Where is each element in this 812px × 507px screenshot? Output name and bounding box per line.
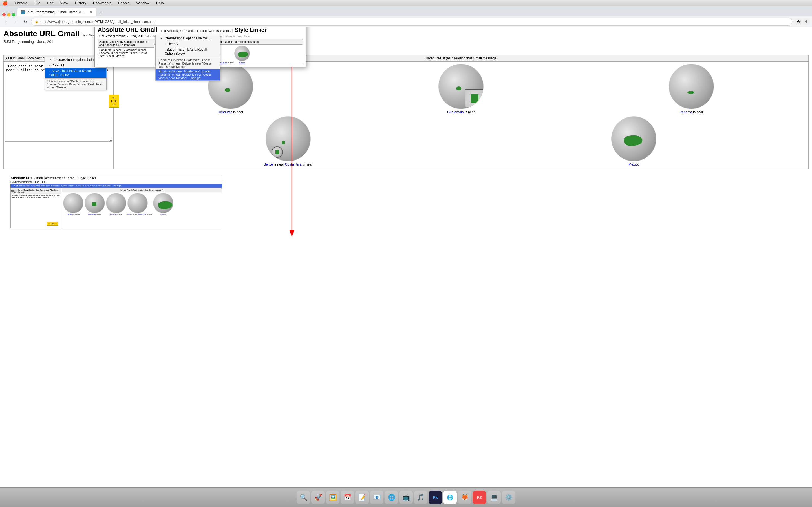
thumb-layout: As if in Gmail Body Section (feel free t… — [10, 188, 222, 228]
thumb-right-header: Linked Result (as if reading that Gmail … — [62, 188, 221, 192]
close-button[interactable] — [2, 13, 6, 16]
honduras-link[interactable]: Honduras — [218, 110, 232, 114]
tab-close-button[interactable]: ✕ — [89, 10, 93, 14]
thumb-globe-item-5: Mexico — [153, 193, 173, 215]
address-bar[interactable]: 🔒 https://www.rjmprogramming.com.au/HTML… — [31, 18, 792, 25]
menu-people[interactable]: People — [117, 0, 131, 6]
thumb-link-btn: <- Link -> — [47, 222, 58, 226]
popup-dd-recall-normal[interactable]: 'Honduras' is near 'Guatemala' is near '… — [156, 58, 220, 69]
dock-item-notes[interactable]: 📝 — [355, 491, 369, 504]
menu-edit[interactable]: Edit — [46, 0, 54, 6]
panama-link[interactable]: Panama — [679, 110, 692, 114]
popup-dropdown-menu[interactable]: ✓ Intersessional options below ... - Cle… — [155, 35, 220, 80]
popup-dd-recall-highlighted[interactable]: 'Honduras' is near 'Guatemala' is near '… — [156, 69, 220, 80]
thumb-globe-2 — [85, 193, 105, 213]
popup-dd-intersessional-label: Intersessional options below ... — [164, 36, 211, 40]
menu-history[interactable]: History — [74, 0, 87, 6]
thumb-globe-4 — [128, 193, 148, 213]
dock-item-music[interactable]: 🎵 — [414, 491, 427, 504]
globe-item-guatemala: Guatemala is near — [346, 64, 575, 114]
thumb-left-body: 'Honduras' is near 'Guatemala' is near '… — [11, 194, 61, 222]
dock-item-mail[interactable]: 📧 — [370, 491, 384, 504]
maximize-button[interactable] — [12, 13, 15, 16]
dock-item-safari[interactable]: 🌐 — [385, 491, 398, 504]
popup-globe-link-5[interactable]: Mexico — [239, 62, 245, 64]
dock-item-firefox[interactable]: 🦊 — [458, 491, 471, 504]
dock-item-finder[interactable]: 🔍 — [297, 491, 310, 504]
guatemala-link[interactable]: Guatemala — [447, 110, 464, 114]
dock-item-launchpad[interactable]: 🚀 — [311, 491, 325, 504]
belize-shape — [275, 150, 279, 154]
thumb-globe-2-highlight — [92, 202, 96, 206]
popup-dropdown-btn[interactable]: and Wikipedia (URLs and ' ' delimiting w… — [160, 29, 233, 33]
globe-caption-honduras: Honduras is near — [218, 110, 243, 114]
menu-window[interactable]: Window — [135, 0, 151, 6]
dock-item-chrome[interactable]: 🌐 — [443, 491, 457, 504]
forward-button[interactable]: › — [12, 18, 20, 25]
minimize-button[interactable] — [7, 13, 10, 16]
popup-dd-recall-normal-text: 'Honduras' is near 'Guatemala' is near '… — [158, 58, 211, 68]
menu-file[interactable]: File — [33, 0, 42, 6]
thumb-globe-link-1[interactable]: Honduras — [67, 213, 74, 215]
thumb-globe-link-5[interactable]: Mexico — [160, 213, 166, 215]
globe-caption-belize: Belize is near Costa Rica is near — [264, 163, 312, 166]
page-content: Absolute URL Gmail and Wikipedia (URLs a… — [0, 27, 812, 487]
popup-dd-check: ✓ — [160, 37, 163, 40]
thumb-globe-5 — [153, 193, 173, 213]
url-text: https://www.rjmprogramming.com.au/HTMLCS… — [40, 20, 789, 24]
menu-bar: 🍎 Chrome File Edit View History Bookmark… — [0, 0, 812, 6]
menu-help[interactable]: Help — [155, 0, 165, 6]
dock-item-tv[interactable]: 📺 — [399, 491, 413, 504]
popup-page-header: Absolute URL Gmail and Wikipedia (URLs a… — [98, 27, 303, 34]
thumb-globe-caption-2: Guatemala is near — [85, 213, 105, 215]
dock-item-filezilla[interactable]: FZ — [472, 491, 486, 504]
popup-dd-save[interactable]: - Save This Link As a Recall Option Belo… — [156, 47, 220, 56]
nav-bar: ‹ › ↻ 🔒 https://www.rjmprogramming.com.a… — [0, 16, 812, 27]
thumb-globe-link-3[interactable]: Panama — [110, 213, 116, 215]
dropdown-item-recall[interactable]: 'Honduras' is near 'Guatemala' is near '… — [45, 79, 106, 90]
intersessional-label: Intersessional options below ... — [54, 58, 100, 62]
popup-globe-shape-5 — [234, 46, 250, 61]
thumb-subtitle: Style Linker — [79, 176, 96, 180]
extension-btn-1[interactable]: G — [795, 18, 802, 25]
globe-caption-panama: Panama is near — [679, 110, 703, 114]
save-link-label: - Save This Link As a Recall Option Belo… — [49, 69, 102, 77]
dropdown-item-save[interactable]: - Save This Link As a Recall Option Belo… — [45, 68, 106, 78]
new-tab-button[interactable]: + — [98, 10, 104, 16]
globe-belize — [266, 116, 311, 161]
thumb-globe-link-4a[interactable]: Belize — [128, 213, 132, 215]
thumb-globe-link-2[interactable]: Guatemala — [88, 213, 96, 215]
active-tab[interactable]: 🌐 RJM Programming - Gmail Linker Simulat… — [17, 8, 96, 16]
popup-dd-recall-highlighted-text: 'Honduras' is near 'Guatemala' is near '… — [158, 69, 211, 80]
dock-item-photos[interactable]: 🖼️ — [326, 491, 340, 504]
belize-link[interactable]: Belize — [264, 163, 273, 166]
thumb-globe-link-4b[interactable]: Costa Rica — [138, 213, 146, 215]
mexico-link[interactable]: Mexico — [628, 163, 639, 166]
page-title: Absolute URL Gmail — [3, 29, 80, 38]
tab-favicon: 🌐 — [21, 10, 25, 14]
dock-item-calendar[interactable]: 📅 — [341, 491, 354, 504]
menu-view[interactable]: View — [59, 0, 69, 6]
guatemala-highlight — [456, 87, 461, 91]
popup-dd-intersessional[interactable]: ✓ Intersessional options below ... — [156, 36, 220, 41]
back-button[interactable]: ‹ — [2, 18, 10, 25]
globe-item-mexico: Mexico — [462, 116, 806, 166]
menu-bookmarks[interactable]: Bookmarks — [92, 0, 112, 6]
costarica-link[interactable]: Costa Rica — [285, 163, 302, 166]
link-button[interactable]: <- Link -> — [109, 95, 119, 108]
dock-item-system-prefs[interactable]: ⚙️ — [502, 491, 515, 504]
dock-item-photoshop[interactable]: Ps — [428, 491, 442, 504]
popup-dd-save-label: - Save This Link As a Recall Option Belo… — [165, 48, 207, 55]
reload-button[interactable]: ↻ — [21, 18, 29, 25]
globe-mexico — [611, 116, 656, 161]
menu-chrome[interactable]: Chrome — [13, 0, 29, 6]
tab-title: RJM Programming - Gmail Linker Simulatio… — [27, 10, 87, 14]
globe-grid-row2: Belize is near Costa Rica is near Mexico — [114, 116, 808, 169]
panama-highlight — [688, 91, 694, 94]
thumb-globe-item-3: Panama is near — [106, 193, 126, 215]
thumb-left-panel: As if in Gmail Body Section (feel free t… — [10, 188, 61, 228]
extension-btn-2[interactable]: ⚙ — [803, 18, 810, 25]
apple-menu[interactable]: 🍎 — [2, 0, 8, 6]
dock-item-terminal[interactable]: 💻 — [487, 491, 501, 504]
popup-dd-clear[interactable]: - Clear All — [156, 41, 220, 47]
